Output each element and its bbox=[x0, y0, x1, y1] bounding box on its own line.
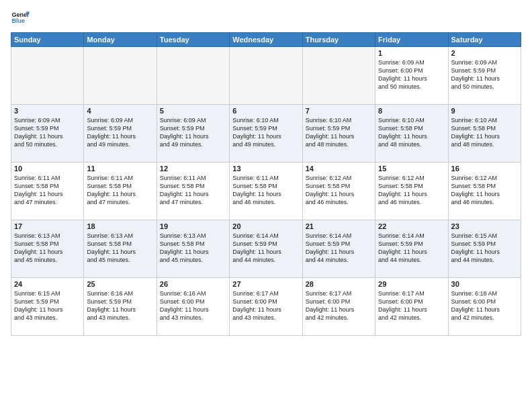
day-info: Sunrise: 6:17 AM Sunset: 6:00 PM Dayligh… bbox=[306, 289, 372, 322]
day-number: 9 bbox=[451, 107, 518, 115]
day-info: Sunrise: 6:11 AM Sunset: 5:58 PM Dayligh… bbox=[14, 174, 81, 207]
calendar-cell: 9Sunrise: 6:10 AM Sunset: 5:58 PM Daylig… bbox=[448, 105, 521, 163]
calendar-cell: 24Sunrise: 6:15 AM Sunset: 5:59 PM Dayli… bbox=[11, 278, 84, 336]
day-info: Sunrise: 6:09 AM Sunset: 5:59 PM Dayligh… bbox=[451, 58, 518, 91]
day-number: 30 bbox=[451, 280, 518, 288]
day-number: 29 bbox=[378, 280, 445, 288]
day-info: Sunrise: 6:17 AM Sunset: 6:00 PM Dayligh… bbox=[232, 289, 299, 322]
day-number: 15 bbox=[378, 165, 445, 173]
day-info: Sunrise: 6:10 AM Sunset: 5:58 PM Dayligh… bbox=[378, 116, 445, 149]
calendar-cell bbox=[84, 47, 157, 105]
day-info: Sunrise: 6:11 AM Sunset: 5:58 PM Dayligh… bbox=[160, 174, 226, 207]
calendar-cell: 4Sunrise: 6:09 AM Sunset: 5:59 PM Daylig… bbox=[84, 105, 157, 163]
calendar-cell: 17Sunrise: 6:13 AM Sunset: 5:58 PM Dayli… bbox=[11, 220, 84, 278]
day-number: 6 bbox=[232, 107, 299, 115]
day-number: 24 bbox=[14, 280, 81, 288]
day-info: Sunrise: 6:10 AM Sunset: 5:59 PM Dayligh… bbox=[306, 116, 372, 149]
weekday-header: Tuesday bbox=[157, 33, 229, 47]
header: General Blue bbox=[11, 8, 521, 27]
calendar-cell bbox=[11, 47, 84, 105]
day-info: Sunrise: 6:13 AM Sunset: 5:58 PM Dayligh… bbox=[14, 232, 81, 265]
calendar-cell: 5Sunrise: 6:09 AM Sunset: 5:59 PM Daylig… bbox=[157, 105, 229, 163]
day-info: Sunrise: 6:14 AM Sunset: 5:59 PM Dayligh… bbox=[378, 232, 445, 265]
day-info: Sunrise: 6:09 AM Sunset: 5:59 PM Dayligh… bbox=[14, 116, 81, 149]
logo: General Blue bbox=[11, 8, 30, 27]
calendar-cell: 6Sunrise: 6:10 AM Sunset: 5:59 PM Daylig… bbox=[230, 105, 302, 163]
day-info: Sunrise: 6:16 AM Sunset: 5:59 PM Dayligh… bbox=[87, 289, 153, 322]
calendar-cell: 2Sunrise: 6:09 AM Sunset: 5:59 PM Daylig… bbox=[448, 47, 521, 105]
calendar-cell: 13Sunrise: 6:11 AM Sunset: 5:58 PM Dayli… bbox=[230, 163, 302, 220]
day-info: Sunrise: 6:12 AM Sunset: 5:58 PM Dayligh… bbox=[451, 174, 518, 207]
day-number: 16 bbox=[451, 165, 518, 173]
day-info: Sunrise: 6:15 AM Sunset: 5:59 PM Dayligh… bbox=[451, 232, 518, 265]
logo-icon: General Blue bbox=[11, 8, 30, 27]
day-info: Sunrise: 6:13 AM Sunset: 5:58 PM Dayligh… bbox=[87, 232, 153, 265]
calendar-cell: 11Sunrise: 6:11 AM Sunset: 5:58 PM Dayli… bbox=[84, 163, 157, 220]
day-info: Sunrise: 6:14 AM Sunset: 5:59 PM Dayligh… bbox=[232, 232, 299, 265]
calendar: SundayMondayTuesdayWednesdayThursdayFrid… bbox=[11, 32, 521, 336]
calendar-cell: 8Sunrise: 6:10 AM Sunset: 5:58 PM Daylig… bbox=[375, 105, 448, 163]
day-number: 26 bbox=[160, 280, 226, 288]
weekday-header: Sunday bbox=[11, 33, 84, 47]
day-number: 8 bbox=[378, 107, 445, 115]
weekday-header: Wednesday bbox=[230, 33, 302, 47]
day-info: Sunrise: 6:12 AM Sunset: 5:58 PM Dayligh… bbox=[378, 174, 445, 207]
day-number: 23 bbox=[451, 222, 518, 230]
calendar-cell: 14Sunrise: 6:12 AM Sunset: 5:58 PM Dayli… bbox=[302, 163, 375, 220]
weekday-header: Monday bbox=[84, 33, 157, 47]
day-number: 5 bbox=[160, 107, 226, 115]
weekday-header: Friday bbox=[375, 33, 448, 47]
calendar-cell: 19Sunrise: 6:13 AM Sunset: 5:58 PM Dayli… bbox=[157, 220, 229, 278]
calendar-cell: 23Sunrise: 6:15 AM Sunset: 5:59 PM Dayli… bbox=[448, 220, 521, 278]
day-number: 19 bbox=[160, 222, 226, 230]
weekday-header: Thursday bbox=[302, 33, 375, 47]
calendar-cell: 12Sunrise: 6:11 AM Sunset: 5:58 PM Dayli… bbox=[157, 163, 229, 220]
day-info: Sunrise: 6:09 AM Sunset: 6:00 PM Dayligh… bbox=[378, 58, 445, 91]
day-info: Sunrise: 6:12 AM Sunset: 5:58 PM Dayligh… bbox=[306, 174, 372, 207]
calendar-cell bbox=[157, 47, 229, 105]
day-number: 28 bbox=[306, 280, 372, 288]
day-number: 17 bbox=[14, 222, 81, 230]
svg-text:Blue: Blue bbox=[11, 17, 25, 24]
day-info: Sunrise: 6:17 AM Sunset: 6:00 PM Dayligh… bbox=[378, 289, 445, 322]
day-info: Sunrise: 6:16 AM Sunset: 6:00 PM Dayligh… bbox=[160, 289, 226, 322]
calendar-cell: 30Sunrise: 6:18 AM Sunset: 6:00 PM Dayli… bbox=[448, 278, 521, 336]
day-number: 25 bbox=[87, 280, 153, 288]
day-info: Sunrise: 6:11 AM Sunset: 5:58 PM Dayligh… bbox=[87, 174, 153, 207]
calendar-cell: 10Sunrise: 6:11 AM Sunset: 5:58 PM Dayli… bbox=[11, 163, 84, 220]
day-number: 12 bbox=[160, 165, 226, 173]
day-info: Sunrise: 6:09 AM Sunset: 5:59 PM Dayligh… bbox=[87, 116, 153, 149]
day-number: 21 bbox=[306, 222, 372, 230]
calendar-cell: 22Sunrise: 6:14 AM Sunset: 5:59 PM Dayli… bbox=[375, 220, 448, 278]
day-number: 11 bbox=[87, 165, 153, 173]
calendar-cell: 20Sunrise: 6:14 AM Sunset: 5:59 PM Dayli… bbox=[230, 220, 302, 278]
calendar-cell: 3Sunrise: 6:09 AM Sunset: 5:59 PM Daylig… bbox=[11, 105, 84, 163]
calendar-cell: 1Sunrise: 6:09 AM Sunset: 6:00 PM Daylig… bbox=[375, 47, 448, 105]
day-info: Sunrise: 6:10 AM Sunset: 5:58 PM Dayligh… bbox=[451, 116, 518, 149]
day-number: 4 bbox=[87, 107, 153, 115]
day-info: Sunrise: 6:09 AM Sunset: 5:59 PM Dayligh… bbox=[160, 116, 226, 149]
day-number: 22 bbox=[378, 222, 445, 230]
day-number: 18 bbox=[87, 222, 153, 230]
day-number: 14 bbox=[306, 165, 372, 173]
calendar-cell: 18Sunrise: 6:13 AM Sunset: 5:58 PM Dayli… bbox=[84, 220, 157, 278]
day-info: Sunrise: 6:14 AM Sunset: 5:59 PM Dayligh… bbox=[306, 232, 372, 265]
calendar-cell: 27Sunrise: 6:17 AM Sunset: 6:00 PM Dayli… bbox=[230, 278, 302, 336]
day-info: Sunrise: 6:15 AM Sunset: 5:59 PM Dayligh… bbox=[14, 289, 81, 322]
calendar-cell: 25Sunrise: 6:16 AM Sunset: 5:59 PM Dayli… bbox=[84, 278, 157, 336]
day-info: Sunrise: 6:18 AM Sunset: 6:00 PM Dayligh… bbox=[451, 289, 518, 322]
calendar-cell: 26Sunrise: 6:16 AM Sunset: 6:00 PM Dayli… bbox=[157, 278, 229, 336]
day-number: 3 bbox=[14, 107, 81, 115]
calendar-cell: 16Sunrise: 6:12 AM Sunset: 5:58 PM Dayli… bbox=[448, 163, 521, 220]
weekday-header: Saturday bbox=[448, 33, 521, 47]
calendar-cell: 29Sunrise: 6:17 AM Sunset: 6:00 PM Dayli… bbox=[375, 278, 448, 336]
day-number: 27 bbox=[232, 280, 299, 288]
day-info: Sunrise: 6:10 AM Sunset: 5:59 PM Dayligh… bbox=[232, 116, 299, 149]
day-info: Sunrise: 6:13 AM Sunset: 5:58 PM Dayligh… bbox=[160, 232, 226, 265]
day-number: 7 bbox=[306, 107, 372, 115]
day-number: 1 bbox=[378, 49, 445, 57]
day-info: Sunrise: 6:11 AM Sunset: 5:58 PM Dayligh… bbox=[232, 174, 299, 207]
calendar-cell: 15Sunrise: 6:12 AM Sunset: 5:58 PM Dayli… bbox=[375, 163, 448, 220]
day-number: 20 bbox=[232, 222, 299, 230]
calendar-cell: 21Sunrise: 6:14 AM Sunset: 5:59 PM Dayli… bbox=[302, 220, 375, 278]
